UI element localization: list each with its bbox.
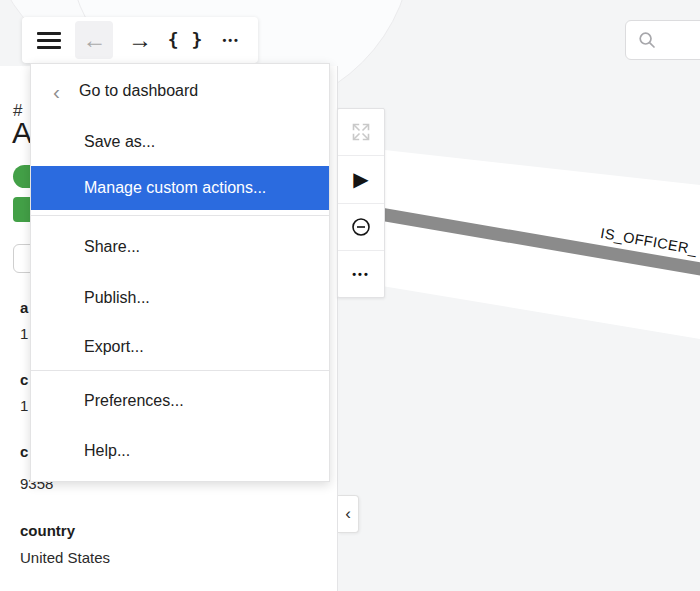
expand-arrows-icon xyxy=(350,121,372,143)
menu-separator xyxy=(31,215,329,216)
top-toolbar: ← → { } ••• xyxy=(22,17,258,63)
more-actions-button[interactable]: ••• xyxy=(338,251,384,297)
property-value: 1 xyxy=(20,325,28,342)
menu-item-manage-custom-actions[interactable]: Manage custom actions... xyxy=(31,166,329,210)
property-label: country xyxy=(20,522,75,539)
more-options-button[interactable]: ••• xyxy=(212,21,250,59)
menu-item-go-to-dashboard[interactable]: ‹ Go to dashboard xyxy=(31,64,329,118)
app-menu: ‹ Go to dashboard Save as... Manage cust… xyxy=(30,63,330,482)
ellipsis-icon: ••• xyxy=(352,268,370,280)
play-icon: ▶ xyxy=(353,169,368,189)
menu-item-publish[interactable]: Publish... xyxy=(31,272,329,324)
code-brackets-icon: { } xyxy=(168,31,204,49)
menu-header-label: Go to dashboard xyxy=(79,82,198,100)
query-brackets-button[interactable]: { } xyxy=(167,21,205,59)
arrow-left-icon: ← xyxy=(82,28,106,52)
search-input[interactable] xyxy=(657,32,700,48)
property-label: a xyxy=(20,299,28,316)
circle-minus-icon xyxy=(350,216,372,238)
menu-item-save-as[interactable]: Save as... xyxy=(31,118,329,166)
arrow-right-icon: → xyxy=(128,28,152,52)
property-label: c xyxy=(20,371,28,388)
menu-item-help[interactable]: Help... xyxy=(31,427,329,475)
chevron-left-icon: ‹ xyxy=(345,504,351,524)
fit-to-view-button[interactable] xyxy=(338,109,384,156)
menu-item-share[interactable]: Share... xyxy=(31,222,329,272)
history-back-button[interactable]: ← xyxy=(75,21,113,59)
menu-item-preferences[interactable]: Preferences... xyxy=(31,375,329,427)
search-icon xyxy=(637,30,657,50)
property-value: United States xyxy=(20,549,110,566)
menu-hamburger-button[interactable] xyxy=(30,21,68,59)
remove-node-button[interactable] xyxy=(338,204,384,251)
search-box xyxy=(625,20,700,60)
graph-side-toolbar: ▶ ••• xyxy=(337,108,385,298)
hamburger-icon xyxy=(37,32,61,49)
collapse-panel-button[interactable]: ‹ xyxy=(338,495,359,533)
node-title: A xyxy=(12,116,32,150)
chevron-left-icon: ‹ xyxy=(53,81,60,102)
menu-item-export[interactable]: Export... xyxy=(31,324,329,370)
run-layout-button[interactable]: ▶ xyxy=(338,156,384,203)
menu-separator xyxy=(31,370,329,371)
property-value: 1 xyxy=(20,397,28,414)
history-forward-button[interactable]: → xyxy=(121,21,159,59)
property-label: c xyxy=(20,443,28,460)
ellipsis-icon: ••• xyxy=(222,35,240,46)
